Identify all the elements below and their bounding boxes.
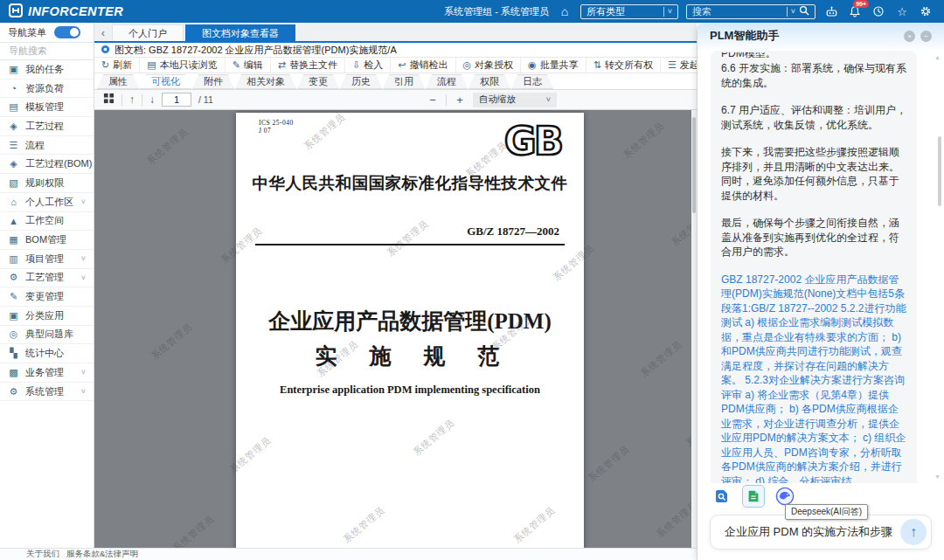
standard-number: GB/Z 18727—2002 xyxy=(467,225,559,239)
sidebar-item-process-bom[interactable]: ◈ 工艺过程(BOM) xyxy=(0,155,94,174)
window-tab-bar: ‹ 个人门户图文档对象查看器 xyxy=(94,23,697,41)
watermark: 系统管理员 xyxy=(638,338,684,380)
sidebar-item-label: 规则权限 xyxy=(25,176,64,190)
type-filter-value: 所有类型 xyxy=(587,5,625,18)
sidebar-item-my-tasks[interactable]: ▣ 我的任务 xyxy=(0,60,94,80)
footer-link-about[interactable]: 关于我们 xyxy=(26,549,59,560)
toolbar-button-label: 转交所有权 xyxy=(605,59,653,72)
doc-tab-4[interactable]: 变更 xyxy=(297,74,339,89)
sidebar-item-personal-workspace[interactable]: ⌂ 个人工作区 ˅ xyxy=(0,193,94,212)
assistant-input-value: 企业应用 PDM 的实施方法和步骤 xyxy=(725,524,892,540)
page-down-icon[interactable]: ↓ xyxy=(149,93,155,106)
doc-tab-8[interactable]: 权限 xyxy=(469,74,510,89)
nav-search-input[interactable]: 导航搜索 xyxy=(0,42,94,60)
system-management-icon: ⚙ xyxy=(8,386,19,398)
assistant-input[interactable]: 企业应用 PDM 的实施方法和步骤 ↑ xyxy=(710,515,932,550)
page-up-icon[interactable]: ↑ xyxy=(129,93,135,106)
scroll-up-icon[interactable]: ▲ xyxy=(934,54,941,60)
toolbar-transfer-ownership-button[interactable]: ⇅ 转交所有权 xyxy=(587,58,661,73)
sidebar-item-classification-app[interactable]: ▣ 分类应用 xyxy=(0,307,94,326)
undo-checkout-icon: ↩ xyxy=(398,59,406,71)
chat-scrollbar-thumb[interactable] xyxy=(938,136,941,206)
divider xyxy=(142,94,142,106)
window-tab-0[interactable]: 个人门户 xyxy=(112,24,184,41)
scroll-down-icon[interactable]: ▼ xyxy=(934,474,941,480)
notifications-bell-icon[interactable]: 99+ xyxy=(847,3,863,19)
doc-tab-5[interactable]: 历史 xyxy=(340,74,382,89)
settings-gear-icon[interactable] xyxy=(918,3,934,19)
toolbar-edit-button[interactable]: ✎ 编辑 xyxy=(226,58,271,73)
doc-tab-9[interactable]: 日志 xyxy=(511,74,553,89)
doc-tab-0[interactable]: 属性 xyxy=(97,74,139,89)
sidebar-item-label: 系统管理 xyxy=(25,385,64,398)
ai-robot-icon[interactable] xyxy=(823,3,839,19)
doc-tab-6[interactable]: 引用 xyxy=(383,74,425,89)
sidebar-item-project-management[interactable]: ▥ 项目管理 ˅ xyxy=(0,250,94,269)
footer-link-terms[interactable]: 服务条款&法律声明 xyxy=(66,549,138,560)
toolbar-button-label: 发起流程 xyxy=(680,59,697,72)
sidebar-item-business-management[interactable]: ▩ 业务管理 ˅ xyxy=(0,363,94,383)
send-button[interactable]: ↑ xyxy=(900,519,927,545)
doc-tab-1[interactable]: 可视化 xyxy=(140,74,191,89)
toolbar-check-in-button[interactable]: ⇩ 检入 xyxy=(345,58,391,73)
doc-tab-7[interactable]: 流程 xyxy=(426,74,468,89)
document-reference-icon[interactable] xyxy=(742,485,765,508)
toolbar-object-authorize-button[interactable]: ◎ 对象授权 xyxy=(456,58,522,73)
toolbar-local-readonly-view-button[interactable]: ▤ 本地只读浏览 xyxy=(140,58,225,73)
assistant-minimize-icon[interactable]: − xyxy=(920,31,932,42)
toolbar-batch-share-button[interactable]: ◉ 批量共享 xyxy=(521,58,587,73)
viewer-scrollbar-thumb[interactable] xyxy=(692,117,696,213)
toolbar-button-label: 替换主文件 xyxy=(289,59,337,72)
type-filter-select[interactable]: 所有类型 ˅ xyxy=(580,4,678,19)
window-tab-1[interactable]: 图文档对象查看器 xyxy=(185,24,295,41)
sidebar-item-label: 工作空间 xyxy=(25,214,64,227)
sidebar-item-template-management[interactable]: ▤ 模板管理 xyxy=(0,98,94,117)
thumbnails-grid-icon[interactable] xyxy=(103,93,115,107)
doc-tab-2[interactable]: 附件 xyxy=(192,74,234,89)
notification-count-badge: 99+ xyxy=(853,0,869,8)
sidebar-item-workflow[interactable]: ☰ 流程 xyxy=(0,136,94,156)
sidebar-item-rule-permission[interactable]: ▧ 规则权限 xyxy=(0,174,94,193)
sidebar-item-bom-management[interactable]: ▦ BOM管理 xyxy=(0,231,94,250)
global-search-input[interactable]: 搜索 ˅ xyxy=(686,4,816,19)
nav-menu-toggle[interactable] xyxy=(54,26,80,38)
sidebar-item-resource-load[interactable]: ◔ 资源负荷 xyxy=(0,80,94,99)
sidebar-item-craft-management[interactable]: ⚙ 工艺管理 ˅ xyxy=(0,269,94,288)
document-title: 图文档: GBZ 18727-2002 企业应用产品数据管理(PDM)实施规范/… xyxy=(115,44,397,57)
pdf-viewer[interactable]: ICS 25-040 J 07 GB 中华人民共和国国家标准化指导性技术文件 G… xyxy=(94,110,697,548)
sidebar-item-system-management[interactable]: ⚙ 系统管理 ˅ xyxy=(0,383,94,402)
toolbar-start-workflow-button[interactable]: ☰ 发起流程 xyxy=(661,58,697,73)
sidebar-item-workspace[interactable]: ▲ 工作空间 xyxy=(0,212,94,232)
doc-tab-3[interactable]: 相关对象 xyxy=(235,74,296,89)
toolbar-button-label: 对象授权 xyxy=(475,59,513,72)
home-icon[interactable]: ⌂ xyxy=(557,3,573,19)
toolbar-refresh-button[interactable]: ↻ 刷新 xyxy=(94,58,140,73)
tabs-back-arrow[interactable]: ‹ xyxy=(94,24,112,41)
toolbar-button-label: 刷新 xyxy=(113,59,132,72)
history-clock-icon[interactable] xyxy=(871,3,886,19)
watermark: 系统管理员 xyxy=(170,513,217,548)
chat-area[interactable]: PDM模型。6.6 开发实施：部署系统，确保与现有系统的集成。6.7 用户适应、… xyxy=(698,49,944,483)
sidebar-item-change-management[interactable]: ✎ 变更管理 xyxy=(0,287,94,307)
sidebar-item-statistics-center[interactable]: ▚ 统计中心 xyxy=(0,344,94,363)
app-logo[interactable]: INFORCENTER xyxy=(0,3,132,20)
zoom-in-button[interactable]: + xyxy=(454,93,466,107)
page-number-input[interactable]: 1 xyxy=(162,93,191,107)
resource-load-icon: ◔ xyxy=(8,83,19,93)
assistant-clear-icon[interactable]: × xyxy=(904,31,915,42)
user-context-label[interactable]: 系统管理组 - 系统管理员 xyxy=(444,5,549,18)
toolbar-replace-main-file-button[interactable]: ⇄ 替换主文件 xyxy=(271,58,345,73)
sidebar-item-issue-library[interactable]: ◎ 典型问题库 xyxy=(0,326,94,345)
zoom-mode-value: 自动缩放 xyxy=(479,93,516,106)
local-readonly-view-icon: ▤ xyxy=(147,59,156,71)
project-management-icon: ▥ xyxy=(8,253,19,265)
knowledge-search-icon[interactable] xyxy=(711,486,732,507)
sidebar-item-process[interactable]: ◈ 工艺过程 xyxy=(0,117,94,136)
zoom-out-button[interactable]: − xyxy=(427,93,439,107)
search-icon[interactable] xyxy=(799,5,809,17)
zoom-mode-select[interactable]: 自动缩放 ˅ xyxy=(473,93,557,107)
divider xyxy=(446,94,447,106)
favorites-star-icon[interactable]: ☆ xyxy=(894,3,910,19)
toolbar-undo-checkout-button[interactable]: ↩ 撤销检出 xyxy=(391,58,455,73)
chevron-down-icon: ˅ xyxy=(81,254,86,263)
